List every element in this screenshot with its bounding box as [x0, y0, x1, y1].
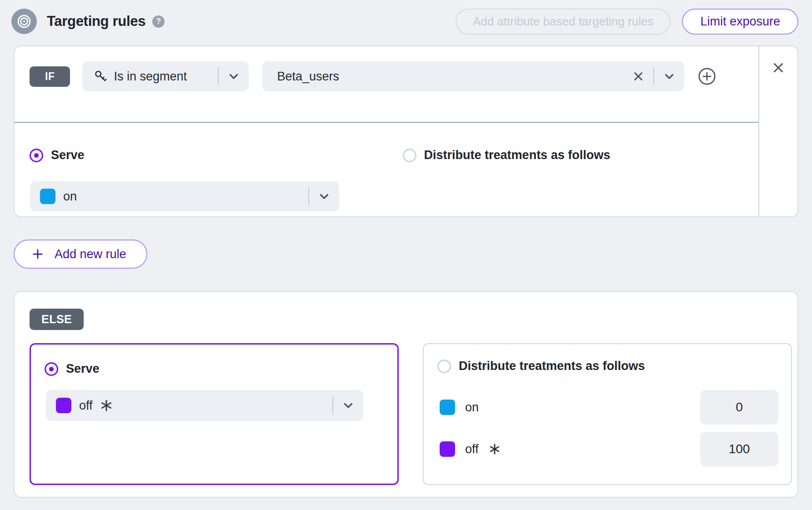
serve-radio[interactable] — [30, 149, 43, 162]
else-distribute-radio[interactable] — [437, 360, 451, 373]
segment-value-select[interactable]: Beta_users — [262, 61, 684, 91]
else-serve-section: Serve off — [30, 343, 399, 485]
percent-input-off[interactable]: 100 — [700, 432, 778, 466]
rule-section-divider — [15, 122, 758, 123]
limit-exposure-button[interactable]: Limit exposure — [682, 9, 798, 35]
distribute-option[interactable]: Distribute treatments as follows — [403, 148, 611, 162]
distribution-row-off: off 100 — [440, 432, 778, 466]
else-serve-option-label: Serve — [66, 362, 100, 376]
distribute-radio[interactable] — [403, 149, 416, 162]
else-distribute-option-label: Distribute treatments as follows — [459, 359, 645, 373]
else-distribute-section: Distribute treatments as follows on 0 of… — [423, 343, 792, 485]
default-treatment-asterisk-icon — [99, 398, 114, 413]
default-rule-card: ELSE Serve off Distribute treatments as … — [14, 291, 798, 498]
else-badge: ELSE — [30, 309, 84, 330]
segment-key-icon — [93, 69, 108, 84]
distribution-row-on: on 0 — [440, 390, 778, 425]
if-badge: IF — [30, 66, 70, 87]
serve-options-row: Serve Distribute treatments as follows — [15, 148, 758, 162]
targeting-rules-icon — [11, 9, 37, 34]
treatment-on-swatch — [440, 400, 455, 415]
default-treatment-asterisk-icon — [488, 442, 501, 456]
serve-option-label: Serve — [51, 148, 85, 162]
matcher-select[interactable]: Is in segment — [82, 61, 249, 91]
treatment-name: off — [79, 399, 93, 413]
plus-icon — [31, 247, 45, 261]
rule-card-main: IF Is in segment Beta_ — [15, 46, 759, 216]
treatment-off-swatch — [56, 398, 71, 413]
else-treatment-select[interactable]: off — [46, 390, 363, 421]
chevron-down-icon[interactable] — [309, 190, 339, 203]
percent-input-on[interactable]: 0 — [700, 390, 778, 425]
treatment-select[interactable]: on — [30, 181, 339, 211]
distribute-option-label: Distribute treatments as follows — [424, 148, 611, 162]
treatment-off-swatch — [440, 441, 455, 457]
segment-value: Beta_users — [277, 70, 339, 84]
else-serve-option[interactable]: Serve — [45, 362, 100, 376]
page-title: Targeting rules — [47, 13, 145, 30]
add-new-rule-label: Add new rule — [55, 247, 126, 261]
chevron-down-icon[interactable] — [333, 399, 363, 412]
treatment-name: off — [465, 442, 479, 456]
matcher-label: Is in segment — [114, 70, 187, 84]
clear-value-icon[interactable] — [623, 70, 653, 83]
targeting-rules-header: Targeting rules ? Add attribute based ta… — [11, 8, 798, 35]
add-new-rule-button[interactable]: Add new rule — [14, 240, 147, 269]
add-condition-icon[interactable] — [697, 66, 717, 86]
treatment-name: on — [465, 400, 479, 415]
treatment-on-swatch — [40, 189, 55, 204]
serve-option[interactable]: Serve — [30, 148, 85, 162]
targeting-rule-card: IF Is in segment Beta_ — [14, 45, 798, 217]
rule-condition-row: IF Is in segment Beta_ — [30, 61, 758, 91]
add-attribute-rules-button[interactable]: Add attribute based targeting rules — [456, 9, 671, 35]
rule-card-side — [759, 46, 797, 216]
help-icon[interactable]: ? — [152, 15, 165, 28]
else-serve-radio[interactable] — [45, 362, 58, 376]
treatment-name: on — [63, 190, 77, 204]
chevron-down-icon[interactable] — [654, 70, 684, 83]
else-distribute-option[interactable]: Distribute treatments as follows — [437, 359, 645, 373]
chevron-down-icon[interactable] — [219, 70, 249, 83]
delete-rule-icon[interactable] — [771, 60, 786, 77]
